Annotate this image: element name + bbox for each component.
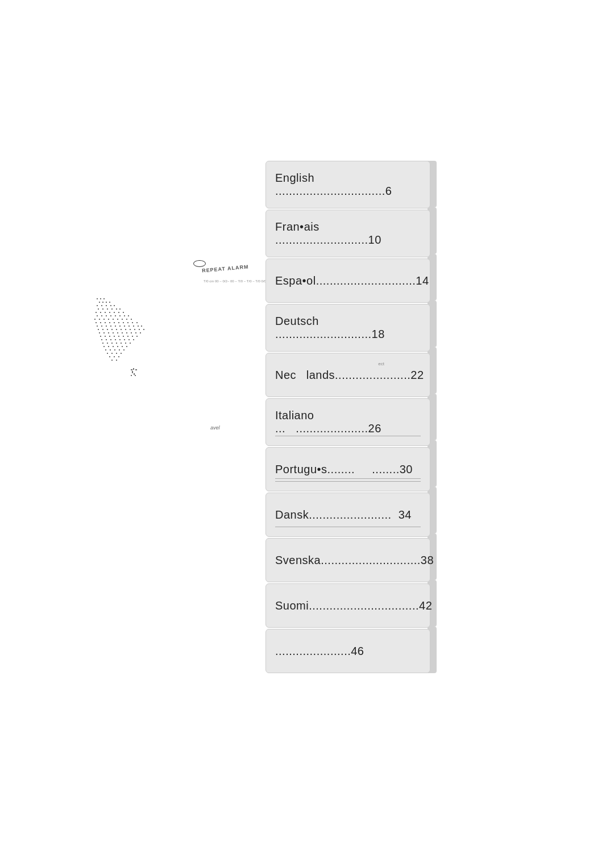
svg-rect-123: [109, 356, 110, 357]
dot-scatter-pattern: [91, 295, 193, 420]
svg-rect-70: [130, 329, 131, 330]
svg-rect-81: [131, 332, 132, 333]
language-item-deutsch[interactable]: Deutsch ............................18: [265, 304, 430, 352]
svg-rect-23: [118, 312, 119, 313]
svg-rect-57: [119, 326, 121, 327]
svg-rect-127: [116, 360, 117, 361]
svg-rect-97: [119, 339, 121, 340]
svg-rect-64: [102, 329, 103, 330]
svg-rect-34: [99, 319, 100, 320]
svg-rect-102: [107, 343, 108, 344]
svg-rect-89: [123, 336, 124, 337]
language-item-italiano[interactable]: Italiano ... .....................26: [265, 398, 430, 446]
svg-rect-47: [118, 322, 119, 323]
language-label-deutsch: Deutsch ............................18: [275, 315, 421, 341]
svg-rect-41: [131, 319, 132, 320]
svg-rect-93: [101, 339, 102, 340]
svg-rect-43: [100, 322, 101, 323]
svg-rect-58: [124, 326, 125, 327]
svg-rect-53: [101, 326, 102, 327]
svg-rect-82: [135, 332, 136, 333]
svg-rect-98: [124, 339, 125, 340]
svg-rect-51: [136, 322, 138, 323]
language-item-unknown[interactable]: ......................46: [265, 629, 430, 673]
svg-rect-116: [114, 349, 115, 350]
svg-rect-21: [109, 312, 110, 313]
svg-rect-107: [130, 343, 131, 344]
svg-rect-45: [109, 322, 110, 323]
svg-rect-75: [103, 332, 105, 333]
svg-rect-39: [122, 319, 123, 320]
svg-rect-27: [106, 315, 107, 316]
svg-rect-50: [132, 322, 133, 323]
svg-rect-26: [101, 315, 102, 316]
svg-rect-106: [125, 343, 126, 344]
svg-rect-63: [98, 329, 99, 330]
svg-rect-22: [114, 312, 115, 313]
svg-rect-96: [115, 339, 116, 340]
item-decoration-lines-2: [275, 478, 421, 484]
svg-rect-108: [103, 346, 105, 347]
svg-rect-73: [143, 329, 144, 330]
svg-rect-66: [111, 329, 113, 330]
svg-rect-28: [110, 315, 111, 316]
svg-rect-31: [124, 315, 125, 316]
language-item-nederlands[interactable]: Nec lands......................22 ect: [265, 353, 430, 397]
svg-rect-91: [132, 336, 133, 337]
svg-rect-15: [111, 308, 113, 310]
svg-rect-119: [107, 353, 108, 354]
language-menu: English ................................…: [265, 161, 430, 674]
svg-rect-36: [108, 319, 109, 320]
language-item-francais[interactable]: Fran•ais ...........................10: [265, 210, 430, 257]
svg-rect-71: [134, 329, 135, 330]
svg-rect-92: [136, 336, 138, 337]
language-item-suomi[interactable]: Suomi................................42: [265, 583, 430, 628]
svg-rect-5: [106, 302, 107, 303]
svg-rect-61: [138, 326, 139, 327]
svg-rect-0: [97, 298, 98, 299]
language-item-svenska[interactable]: Svenska.............................38: [265, 538, 430, 582]
svg-rect-78: [117, 332, 118, 333]
svg-rect-33: [94, 319, 96, 320]
language-item-dansk[interactable]: Dansk........................ 34: [265, 493, 430, 537]
svg-rect-128: [131, 369, 132, 370]
svg-rect-12: [98, 308, 99, 310]
svg-rect-114: [105, 349, 106, 350]
svg-rect-87: [114, 336, 115, 337]
svg-rect-76: [108, 332, 109, 333]
language-label-italiano: Italiano ... .....................26: [275, 409, 421, 435]
svg-rect-79: [122, 332, 123, 333]
svg-rect-113: [126, 346, 127, 347]
svg-rect-32: [128, 315, 129, 316]
language-label-dansk: Dansk........................ 34: [275, 508, 412, 521]
svg-rect-65: [107, 329, 108, 330]
svg-rect-46: [114, 322, 115, 323]
language-item-english[interactable]: English ................................…: [265, 161, 430, 208]
language-item-espanol[interactable]: Espa•ol.............................14: [265, 258, 430, 303]
svg-rect-9: [106, 305, 107, 306]
handwritten-label: avel: [210, 425, 220, 431]
svg-rect-111: [117, 346, 118, 347]
svg-rect-40: [126, 319, 127, 320]
svg-rect-100: [133, 339, 134, 340]
alarm-oval: [193, 260, 206, 267]
svg-rect-48: [123, 322, 124, 323]
page-content: REPEAT ALARM: [0, 0, 614, 868]
svg-rect-112: [122, 346, 123, 347]
svg-rect-4: [102, 302, 103, 303]
item-decoration-lines: [275, 436, 421, 439]
item-sub-label: ect: [378, 361, 384, 366]
svg-rect-6: [109, 302, 110, 303]
language-label-espanol: Espa•ol.............................14: [275, 274, 429, 287]
repeat-alarm-label: REPEAT ALARM: [202, 264, 249, 273]
language-item-portugues[interactable]: Portugu•s........ ........30: [265, 447, 430, 491]
svg-rect-13: [102, 308, 103, 310]
svg-rect-1: [100, 298, 101, 299]
svg-rect-129: [133, 368, 134, 370]
svg-rect-77: [113, 332, 114, 333]
svg-rect-29: [115, 315, 116, 316]
svg-rect-117: [119, 349, 120, 350]
svg-rect-56: [115, 326, 116, 327]
svg-rect-19: [100, 312, 101, 313]
svg-rect-20: [105, 312, 106, 313]
